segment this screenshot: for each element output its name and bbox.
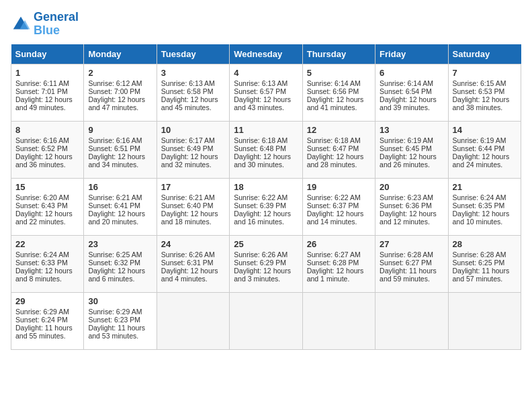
- calendar-cell: 29Sunrise: 6:29 AMSunset: 6:24 PMDayligh…: [11, 292, 84, 349]
- daylight: Daylight: 12 hours: [161, 95, 218, 103]
- sunrise: Sunrise: 6:13 AM: [161, 79, 215, 87]
- sunrise: Sunrise: 6:12 AM: [88, 79, 142, 87]
- day-number: 11: [234, 125, 298, 135]
- sunrise: Sunrise: 6:26 AM: [234, 250, 287, 259]
- sunset: Sunset: 6:58 PM: [161, 87, 214, 95]
- sunrise: Sunrise: 6:14 AM: [307, 79, 361, 87]
- page-header: General Blue: [11, 11, 521, 38]
- calendar-cell: 18Sunrise: 6:22 AMSunset: 6:39 PMDayligh…: [230, 178, 302, 235]
- calendar-cell: 11Sunrise: 6:18 AMSunset: 6:48 PMDayligh…: [230, 121, 302, 178]
- calendar-cell: 27Sunrise: 6:28 AMSunset: 6:27 PMDayligh…: [375, 235, 448, 292]
- day-number: 13: [380, 125, 443, 135]
- calendar-cell: 14Sunrise: 6:19 AMSunset: 6:44 PMDayligh…: [448, 121, 521, 178]
- day-number: 10: [161, 125, 225, 135]
- sunset: Sunset: 6:47 PM: [307, 144, 359, 152]
- sunset: Sunset: 6:51 PM: [88, 144, 140, 152]
- sunset: Sunset: 6:48 PM: [234, 144, 286, 152]
- sunrise: Sunrise: 6:24 AM: [453, 193, 506, 201]
- daylight: Daylight: 12 hours: [234, 210, 291, 218]
- calendar-cell: [157, 292, 229, 349]
- sunrise: Sunrise: 6:29 AM: [88, 308, 142, 316]
- sunset: Sunset: 7:01 PM: [15, 87, 68, 95]
- daylight: Daylight: 12 hours: [380, 152, 437, 161]
- sunrise: Sunrise: 6:11 AM: [15, 79, 69, 87]
- sunrise: Sunrise: 6:25 AM: [88, 250, 142, 259]
- daylight: Daylight: 12 hours: [234, 267, 291, 275]
- sunset: Sunset: 6:56 PM: [307, 87, 359, 95]
- calendar-cell: 22Sunrise: 6:24 AMSunset: 6:33 PMDayligh…: [11, 235, 84, 292]
- day-number: 29: [15, 296, 79, 306]
- daylight: Daylight: 12 hours: [307, 95, 364, 103]
- sunrise: Sunrise: 6:21 AM: [161, 193, 215, 201]
- day-number: 27: [380, 239, 443, 249]
- calendar-cell: [302, 292, 375, 349]
- calendar-cell: [448, 292, 521, 349]
- sunset: Sunset: 6:44 PM: [453, 144, 505, 152]
- sunrise: Sunrise: 6:26 AM: [161, 250, 215, 259]
- sunset: Sunset: 6:27 PM: [380, 259, 432, 267]
- col-header-monday: Monday: [84, 44, 157, 64]
- sunset: Sunset: 6:23 PM: [88, 316, 140, 324]
- day-number: 25: [234, 239, 298, 249]
- sunrise: Sunrise: 6:14 AM: [380, 79, 433, 87]
- daylight-mins: and 43 minutes.: [234, 103, 284, 111]
- col-header-thursday: Thursday: [302, 44, 375, 64]
- day-number: 28: [453, 239, 517, 249]
- day-number: 16: [88, 182, 152, 192]
- daylight: Daylight: 12 hours: [380, 95, 437, 103]
- sunrise: Sunrise: 6:29 AM: [15, 308, 69, 316]
- logo-icon: [11, 14, 31, 34]
- sunset: Sunset: 6:43 PM: [15, 201, 68, 210]
- sunset: Sunset: 6:45 PM: [380, 144, 432, 152]
- daylight-mins: and 1 minute.: [307, 275, 350, 283]
- calendar-cell: 24Sunrise: 6:26 AMSunset: 6:31 PMDayligh…: [157, 235, 229, 292]
- sunrise: Sunrise: 6:16 AM: [88, 136, 142, 144]
- sunset: Sunset: 6:49 PM: [161, 144, 214, 152]
- daylight: Daylight: 11 hours: [15, 324, 73, 332]
- sunrise: Sunrise: 6:13 AM: [234, 79, 287, 87]
- sunset: Sunset: 6:35 PM: [453, 201, 505, 210]
- sunset: Sunset: 6:39 PM: [234, 201, 286, 210]
- calendar-cell: 6Sunrise: 6:14 AMSunset: 6:54 PMDaylight…: [375, 64, 448, 121]
- daylight: Daylight: 12 hours: [307, 210, 364, 218]
- daylight-mins: and 6 minutes.: [88, 275, 134, 283]
- daylight: Daylight: 12 hours: [307, 152, 364, 161]
- sunset: Sunset: 7:00 PM: [88, 87, 140, 95]
- daylight-mins: and 3 minutes.: [234, 275, 280, 283]
- calendar-cell: 10Sunrise: 6:17 AMSunset: 6:49 PMDayligh…: [157, 121, 229, 178]
- sunset: Sunset: 6:53 PM: [453, 87, 505, 95]
- sunrise: Sunrise: 6:17 AM: [161, 136, 215, 144]
- daylight-mins: and 36 minutes.: [15, 161, 66, 169]
- daylight-mins: and 22 minutes.: [15, 218, 66, 226]
- day-number: 21: [453, 182, 517, 192]
- calendar-cell: 7Sunrise: 6:15 AMSunset: 6:53 PMDaylight…: [448, 64, 521, 121]
- calendar-cell: 25Sunrise: 6:26 AMSunset: 6:29 PMDayligh…: [230, 235, 302, 292]
- day-number: 2: [88, 68, 152, 78]
- daylight: Daylight: 12 hours: [453, 95, 510, 103]
- daylight-mins: and 8 minutes.: [15, 275, 62, 283]
- daylight-mins: and 32 minutes.: [161, 161, 212, 169]
- sunrise: Sunrise: 6:28 AM: [380, 250, 433, 259]
- calendar-cell: 19Sunrise: 6:22 AMSunset: 6:37 PMDayligh…: [302, 178, 375, 235]
- daylight-mins: and 47 minutes.: [88, 103, 138, 111]
- day-number: 6: [380, 68, 443, 78]
- day-number: 30: [88, 296, 152, 306]
- sunset: Sunset: 6:37 PM: [307, 201, 359, 210]
- daylight: Daylight: 12 hours: [453, 210, 510, 218]
- sunrise: Sunrise: 6:24 AM: [15, 250, 69, 259]
- col-header-sunday: Sunday: [11, 44, 84, 64]
- calendar-table: SundayMondayTuesdayWednesdayThursdayFrid…: [11, 44, 521, 350]
- calendar-cell: 12Sunrise: 6:18 AMSunset: 6:47 PMDayligh…: [302, 121, 375, 178]
- logo-text: General Blue: [34, 11, 79, 38]
- col-header-friday: Friday: [375, 44, 448, 64]
- daylight-mins: and 39 minutes.: [380, 103, 430, 111]
- daylight: Daylight: 12 hours: [453, 152, 510, 161]
- sunset: Sunset: 6:52 PM: [15, 144, 68, 152]
- daylight: Daylight: 12 hours: [234, 152, 291, 161]
- day-number: 1: [15, 68, 79, 78]
- daylight-mins: and 10 minutes.: [453, 218, 503, 226]
- sunrise: Sunrise: 6:22 AM: [234, 193, 287, 201]
- daylight-mins: and 26 minutes.: [380, 161, 430, 169]
- calendar-cell: [375, 292, 448, 349]
- daylight-mins: and 38 minutes.: [453, 103, 503, 111]
